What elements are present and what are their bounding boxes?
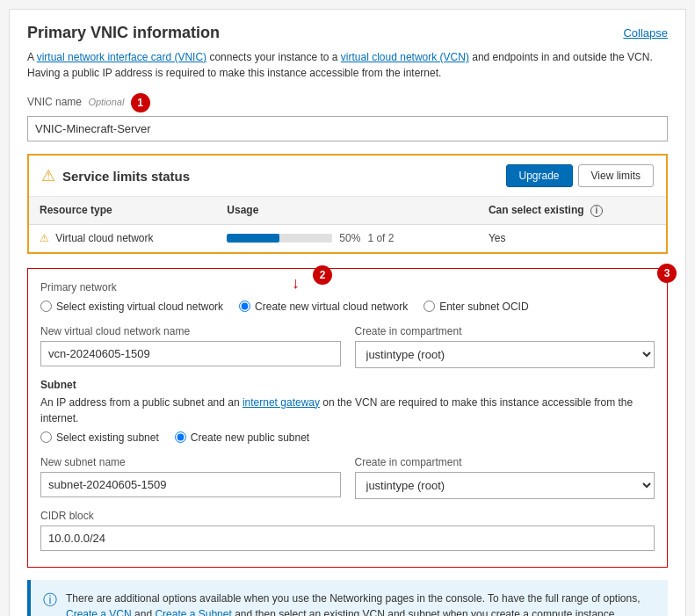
subnet-name-input[interactable] [40, 472, 341, 497]
subnet-section: Subnet An IP address from a public subne… [40, 379, 655, 551]
service-limits-header: ⚠ Service limits status Upgrade View lim… [29, 156, 666, 197]
step1-badge: 1 [131, 93, 150, 112]
vcn-name-input[interactable] [40, 341, 341, 366]
radio-select-existing-vcn-input[interactable] [40, 301, 52, 312]
radio-create-new-vcn[interactable]: Create new virtual cloud network ↓ 2 [239, 301, 408, 313]
radio-create-new-subnet-label: Create new public subnet [191, 431, 309, 444]
radio-select-existing-subnet-input[interactable] [40, 431, 52, 443]
subnet-name-col: New subnet name [40, 456, 341, 499]
create-subnet-link[interactable]: Create a Subnet [155, 608, 231, 617]
vnic-name-optional: Optional [88, 97, 124, 107]
radio-create-new-subnet[interactable]: Create new public subnet [175, 431, 309, 444]
radio-create-new-subnet-input[interactable] [175, 431, 186, 443]
primary-network-radio-group: Select existing virtual cloud network Cr… [40, 301, 655, 313]
col-can-select: Can select existing i [478, 197, 666, 224]
panel-header: Primary VNIC information Collapse [27, 24, 668, 42]
radio-enter-ocid-label: Enter subnet OCID [439, 301, 528, 313]
service-limits-title: Service limits status [62, 169, 190, 184]
vcn-form-row: New virtual cloud network name Create in… [40, 325, 655, 368]
resource-name: Virtual cloud network [55, 232, 153, 244]
upgrade-button[interactable]: Upgrade [506, 164, 573, 187]
vnic-link[interactable]: virtual network interface card (VNIC) [37, 51, 206, 63]
table-row: ⚠ Virtual cloud network 50% 1 of 2 [29, 224, 666, 251]
info-box-icon: ⓘ [43, 591, 57, 610]
subnet-name-label: New subnet name [40, 456, 341, 468]
progress-bar-fill [227, 234, 279, 243]
service-limits-buttons: Upgrade View limits [506, 164, 655, 187]
info-box: ⓘ There are additional options available… [27, 580, 668, 617]
usage-cell: 50% 1 of 2 [216, 224, 478, 251]
vcn-compartment-select[interactable]: justintype (root) [355, 341, 655, 368]
col-resource-type: Resource type [29, 197, 216, 224]
service-limits-box: ⚠ Service limits status Upgrade View lim… [27, 154, 668, 254]
radio-enter-ocid-input[interactable] [424, 301, 435, 312]
info-box-text: There are additional options available w… [66, 591, 655, 617]
vcn-name-col: New virtual cloud network name [40, 325, 341, 368]
primary-network-label: Primary network [40, 281, 655, 294]
subnet-form-row: New subnet name Create in compartment ju… [40, 456, 655, 499]
step2-badge: 2 [313, 265, 332, 285]
subnet-label: Subnet [40, 379, 655, 391]
vcn-name-label: New virtual cloud network name [40, 325, 341, 337]
view-limits-button[interactable]: View limits [578, 164, 654, 187]
progress-bar-bg [227, 234, 332, 243]
panel-description: A virtual network interface card (VNIC) … [27, 49, 668, 81]
vnic-name-field-container: VNIC name Optional 1 [27, 93, 668, 141]
subnet-description: An IP address from a public subnet and a… [40, 395, 655, 426]
network-radio-area: Select existing virtual cloud network Cr… [40, 301, 655, 313]
vnic-name-label: VNIC name Optional 1 [27, 93, 668, 112]
cidr-block-container: CIDR block [40, 510, 655, 551]
collapse-link[interactable]: Collapse [623, 26, 668, 40]
radio-create-new-vcn-input[interactable] [239, 301, 250, 312]
create-vcn-link[interactable]: Create a VCN [66, 608, 132, 617]
subnet-radio-group: Select existing subnet Create new public… [40, 431, 655, 444]
subnet-compartment-select[interactable]: justintype (root) [355, 472, 655, 499]
limits-table: Resource type Usage Can select existing … [29, 197, 666, 252]
usage-pct: 50% [339, 232, 360, 244]
subnet-compartment-label: Create in compartment [355, 456, 655, 468]
radio-select-existing-vcn[interactable]: Select existing virtual cloud network [40, 301, 223, 313]
cidr-block-input[interactable] [40, 525, 655, 551]
subnet-compartment-col: Create in compartment justintype (root) [355, 456, 655, 499]
step3-badge: 3 [657, 264, 677, 283]
primary-vnic-panel: Primary VNIC information Collapse A virt… [9, 9, 686, 616]
usage-detail: 1 of 2 [367, 232, 394, 244]
warning-icon: ⚠ [41, 166, 55, 185]
internet-gateway-link[interactable]: internet gateway [243, 396, 320, 409]
radio-select-existing-subnet[interactable]: Select existing subnet [40, 431, 159, 444]
progress-bar-container: 50% 1 of 2 [227, 232, 467, 244]
cidr-block-label: CIDR block [40, 510, 655, 522]
panel-title: Primary VNIC information [27, 24, 220, 42]
radio-enter-ocid[interactable]: Enter subnet OCID [424, 301, 528, 313]
primary-network-section: Primary network Select existing virtual … [27, 268, 668, 568]
service-limits-left: ⚠ Service limits status [41, 166, 190, 185]
vnic-name-input[interactable] [27, 116, 668, 141]
can-select-info-icon[interactable]: i [590, 205, 603, 217]
vcn-compartment-col: Create in compartment justintype (root) [355, 325, 655, 368]
radio-select-existing-vcn-label: Select existing virtual cloud network [56, 301, 223, 313]
vcn-link[interactable]: virtual cloud network (VCN) [341, 51, 469, 63]
vcn-compartment-label: Create in compartment [355, 325, 655, 337]
col-usage: Usage [216, 197, 478, 224]
radio-select-existing-subnet-label: Select existing subnet [56, 431, 159, 444]
row-warning-icon: ⚠ [40, 232, 49, 244]
can-select-cell: Yes [478, 224, 666, 251]
resource-type-cell: ⚠ Virtual cloud network [29, 224, 216, 251]
can-select-value: Yes [489, 232, 506, 244]
radio-create-new-vcn-label: Create new virtual cloud network [255, 301, 408, 313]
